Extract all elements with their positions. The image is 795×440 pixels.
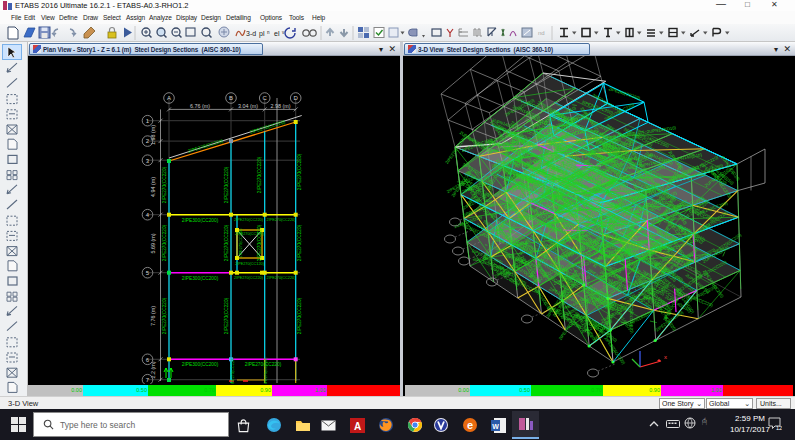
svg-text:n: n	[267, 30, 270, 35]
svg-text:2IPE270(CC220): 2IPE270(CC220)	[231, 357, 235, 384]
svg-text:2IPE300(CC200): 2IPE300(CC200)	[182, 276, 219, 281]
svg-text:4.94 (m): 4.94 (m)	[150, 177, 156, 197]
svg-text:2IPE270(CC220): 2IPE270(CC220)	[162, 297, 167, 334]
svg-text:3.04 (m): 3.04 (m)	[238, 103, 258, 109]
svg-text:C: C	[263, 95, 268, 101]
svg-text:D: D	[294, 95, 299, 101]
svg-text:2IPE270(CC220): 2IPE270(CC220)	[297, 297, 302, 334]
svg-text:A: A	[354, 420, 361, 431]
svg-text:2IPE270(CC220): 2IPE270(CC220)	[224, 166, 229, 203]
svg-text:A: A	[167, 95, 171, 101]
svg-text:12: 12	[776, 425, 782, 431]
svg-text:2IPE300(CC200): 2IPE300(CC200)	[182, 218, 219, 223]
svg-text:2IPE270(CC220): 2IPE270(CC220)	[264, 357, 268, 384]
svg-text:2IPE270(CC220): 2IPE270(CC220)	[257, 224, 262, 261]
svg-text:2IPE270(CC120): 2IPE270(CC120)	[235, 232, 265, 236]
svg-text:el: el	[274, 30, 280, 37]
svg-text:2IPE300(CC200): 2IPE300(CC200)	[182, 362, 219, 367]
svg-text:2IPE270(CC220): 2IPE270(CC220)	[162, 224, 167, 261]
svg-text:5.69 (m): 5.69 (m)	[150, 233, 156, 253]
svg-text:pl: pl	[259, 30, 265, 38]
svg-text:x: x	[664, 354, 667, 360]
svg-text:2IPE270(CC220): 2IPE270(CC220)	[234, 276, 264, 280]
svg-text:2IPE270(CC220): 2IPE270(CC220)	[267, 276, 297, 280]
svg-text:2IPE270(CC220): 2IPE270(CC220)	[629, 296, 634, 329]
svg-text:B: B	[229, 95, 233, 101]
svg-text:2IPE240(CC200): 2IPE240(CC200)	[608, 86, 641, 101]
svg-text:2.98 (m): 2.98 (m)	[270, 103, 290, 109]
svg-text:e: e	[466, 419, 472, 431]
svg-text:2IPE270(CC220): 2IPE270(CC220)	[297, 153, 302, 190]
svg-text:6.76 (m): 6.76 (m)	[190, 103, 210, 109]
svg-text:2IPE270(CC220): 2IPE270(CC220)	[162, 166, 167, 203]
svg-text:2IPE270(CC220): 2IPE270(CC220)	[297, 224, 302, 261]
svg-text:2IPE270(CC220): 2IPE270(CC220)	[584, 294, 589, 327]
svg-text:2IPE270(CC220): 2IPE270(CC220)	[602, 254, 607, 287]
svg-text:2IPE270(CC220): 2IPE270(CC220)	[234, 218, 264, 222]
svg-text:3-d: 3-d	[246, 30, 256, 37]
svg-text:2IPE270(CC220): 2IPE270(CC220)	[224, 297, 229, 334]
svg-text:7.76 (m): 7.76 (m)	[150, 306, 156, 326]
svg-text:nd: nd	[538, 30, 545, 36]
svg-text:2IPE270(CC220): 2IPE270(CC220)	[606, 304, 611, 337]
svg-text:W: W	[492, 422, 499, 429]
svg-text:2IPE270(CC220): 2IPE270(CC220)	[257, 156, 262, 193]
svg-text:2IPE270(CC220): 2IPE270(CC220)	[224, 224, 229, 261]
svg-text:2IPE270(CC120): 2IPE270(CC120)	[235, 262, 265, 266]
svg-text:2IPE270(CC220): 2IPE270(CC220)	[626, 247, 631, 280]
svg-text:2IPE270(CC220): 2IPE270(CC220)	[267, 218, 297, 222]
svg-text:2IPE270(CC220): 2IPE270(CC220)	[580, 245, 585, 278]
